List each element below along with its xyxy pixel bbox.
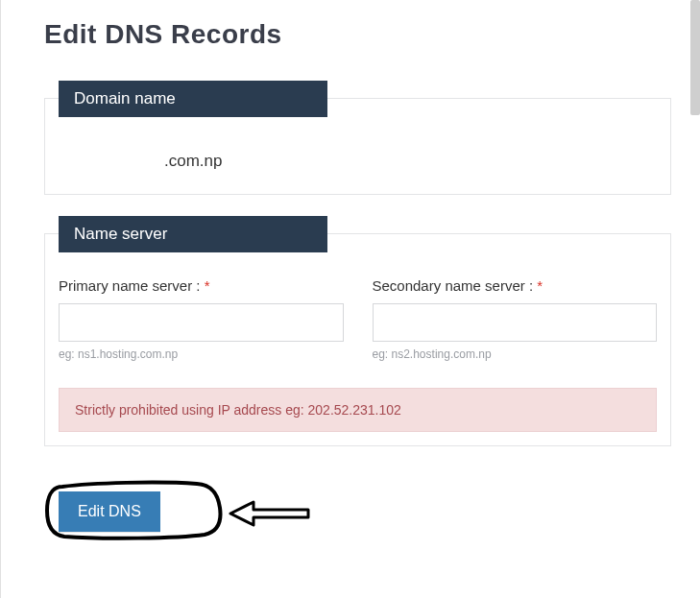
name-server-fieldset: Name server Primary name server : * eg: … xyxy=(44,233,671,446)
ip-warning-alert: Strictly prohibited using IP address eg:… xyxy=(59,388,657,432)
primary-ns-label: Primary name server : * xyxy=(59,277,344,294)
secondary-ns-col: Secondary name server : * eg: ns2.hostin… xyxy=(373,277,658,361)
secondary-ns-label-text: Secondary name server : xyxy=(373,277,538,294)
primary-ns-hint: eg: ns1.hosting.com.np xyxy=(59,347,344,361)
name-server-legend: Name server xyxy=(59,216,327,252)
secondary-ns-label: Secondary name server : * xyxy=(373,277,658,294)
required-marker: * xyxy=(537,277,543,294)
scrollbar-thumb[interactable] xyxy=(690,0,700,115)
submit-area: Edit DNS xyxy=(44,485,671,542)
required-marker: * xyxy=(205,277,210,294)
domain-name-value: .com.np xyxy=(59,142,657,180)
page-wrapper: Edit DNS Records Domain name .com.np Nam… xyxy=(15,0,700,562)
secondary-ns-input[interactable] xyxy=(373,303,658,342)
page-title: Edit DNS Records xyxy=(44,19,671,50)
domain-name-fieldset: Domain name .com.np xyxy=(44,98,671,195)
primary-ns-input[interactable] xyxy=(59,303,344,342)
annotation-arrow-icon xyxy=(227,498,313,529)
primary-ns-col: Primary name server : * eg: ns1.hosting.… xyxy=(59,277,344,361)
primary-ns-label-text: Primary name server : xyxy=(59,277,205,294)
secondary-ns-hint: eg: ns2.hosting.com.np xyxy=(373,347,658,361)
name-server-row: Primary name server : * eg: ns1.hosting.… xyxy=(59,277,657,361)
edit-dns-button[interactable]: Edit DNS xyxy=(59,491,160,532)
domain-name-legend: Domain name xyxy=(59,81,327,117)
